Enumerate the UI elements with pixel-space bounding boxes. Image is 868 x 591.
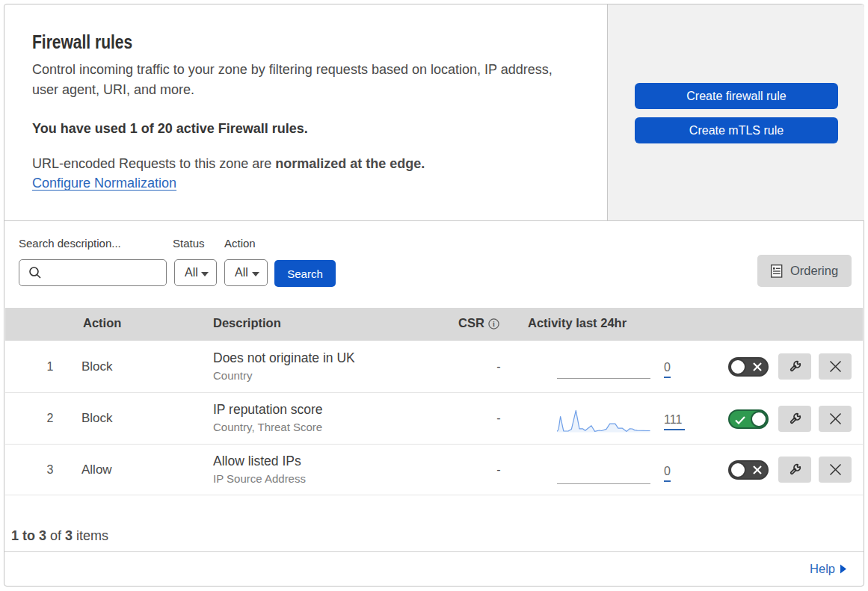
svg-text:i: i [493,320,495,328]
